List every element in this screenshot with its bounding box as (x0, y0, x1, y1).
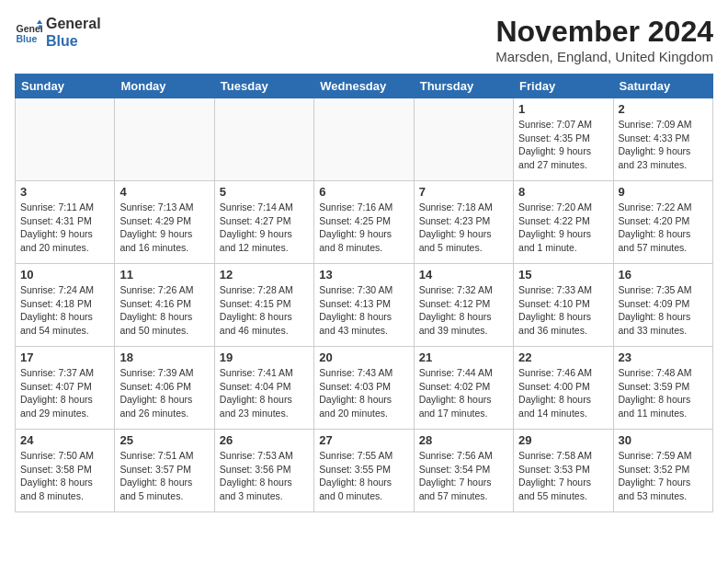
calendar-cell: 4Sunrise: 7:13 AM Sunset: 4:29 PM Daylig… (115, 181, 214, 264)
day-number: 7 (419, 185, 508, 199)
day-number: 28 (419, 433, 508, 447)
calendar-cell: 17Sunrise: 7:37 AM Sunset: 4:07 PM Dayli… (16, 347, 115, 430)
calendar-cell: 20Sunrise: 7:43 AM Sunset: 4:03 PM Dayli… (314, 347, 414, 430)
day-info: Sunrise: 7:33 AM Sunset: 4:10 PM Dayligh… (518, 283, 608, 338)
day-info: Sunrise: 7:48 AM Sunset: 3:59 PM Dayligh… (619, 366, 708, 420)
day-info: Sunrise: 7:37 AM Sunset: 4:07 PM Dayligh… (20, 366, 109, 420)
calendar-cell: 13Sunrise: 7:30 AM Sunset: 4:13 PM Dayli… (314, 264, 414, 347)
day-number: 9 (619, 185, 708, 199)
calendar-cell: 2Sunrise: 7:09 AM Sunset: 4:33 PM Daylig… (613, 98, 712, 181)
day-number: 5 (220, 185, 309, 199)
calendar-cell (16, 98, 115, 181)
day-number: 6 (319, 185, 408, 199)
day-info: Sunrise: 7:55 AM Sunset: 3:55 PM Dayligh… (319, 449, 408, 503)
calendar-cell: 26Sunrise: 7:53 AM Sunset: 3:56 PM Dayli… (214, 430, 313, 512)
calendar-cell: 1Sunrise: 7:07 AM Sunset: 4:35 PM Daylig… (514, 98, 613, 181)
day-number: 25 (119, 433, 209, 447)
calendar-cell: 5Sunrise: 7:14 AM Sunset: 4:27 PM Daylig… (214, 181, 313, 264)
calendar-cell: 24Sunrise: 7:50 AM Sunset: 3:58 PM Dayli… (16, 430, 115, 512)
calendar-cell: 22Sunrise: 7:46 AM Sunset: 4:00 PM Dayli… (514, 347, 613, 430)
calendar-cell: 7Sunrise: 7:18 AM Sunset: 4:23 PM Daylig… (414, 181, 513, 264)
day-info: Sunrise: 7:07 AM Sunset: 4:35 PM Dayligh… (518, 118, 608, 172)
day-info: Sunrise: 7:20 AM Sunset: 4:22 PM Dayligh… (518, 201, 608, 255)
day-info: Sunrise: 7:16 AM Sunset: 4:25 PM Dayligh… (319, 201, 408, 255)
calendar-cell (115, 98, 214, 181)
calendar-cell: 3Sunrise: 7:11 AM Sunset: 4:31 PM Daylig… (16, 181, 115, 264)
day-number: 1 (518, 102, 608, 116)
logo: General Blue General Blue (15, 15, 101, 50)
month-title: November 2024 (495, 15, 713, 49)
day-number: 11 (119, 268, 209, 282)
header: General Blue General Blue November 2024 … (15, 15, 713, 64)
calendar-cell (314, 98, 414, 181)
day-number: 15 (518, 268, 608, 282)
day-info: Sunrise: 7:56 AM Sunset: 3:54 PM Dayligh… (419, 449, 508, 503)
calendar-cell: 14Sunrise: 7:32 AM Sunset: 4:12 PM Dayli… (414, 264, 513, 347)
day-info: Sunrise: 7:18 AM Sunset: 4:23 PM Dayligh… (419, 201, 508, 255)
day-number: 19 (220, 350, 309, 364)
calendar-cell: 11Sunrise: 7:26 AM Sunset: 4:16 PM Dayli… (115, 264, 214, 347)
col-header-sunday: Sunday (16, 75, 115, 98)
day-number: 23 (619, 350, 708, 364)
day-info: Sunrise: 7:11 AM Sunset: 4:31 PM Dayligh… (20, 201, 109, 255)
day-number: 14 (419, 268, 508, 282)
col-header-tuesday: Tuesday (214, 75, 313, 98)
day-number: 2 (619, 102, 708, 116)
day-number: 13 (319, 268, 408, 282)
calendar-cell: 8Sunrise: 7:20 AM Sunset: 4:22 PM Daylig… (514, 181, 613, 264)
calendar-cell: 12Sunrise: 7:28 AM Sunset: 4:15 PM Dayli… (214, 264, 313, 347)
day-info: Sunrise: 7:14 AM Sunset: 4:27 PM Dayligh… (220, 201, 309, 255)
day-number: 3 (20, 185, 109, 199)
calendar-cell (414, 98, 513, 181)
day-info: Sunrise: 7:35 AM Sunset: 4:09 PM Dayligh… (619, 283, 708, 338)
day-info: Sunrise: 7:32 AM Sunset: 4:12 PM Dayligh… (419, 283, 508, 338)
day-number: 20 (319, 350, 408, 364)
day-info: Sunrise: 7:59 AM Sunset: 3:52 PM Dayligh… (619, 449, 708, 503)
day-info: Sunrise: 7:09 AM Sunset: 4:33 PM Dayligh… (619, 118, 708, 172)
day-number: 22 (518, 350, 608, 364)
calendar-cell: 21Sunrise: 7:44 AM Sunset: 4:02 PM Dayli… (414, 347, 513, 430)
day-info: Sunrise: 7:51 AM Sunset: 3:57 PM Dayligh… (119, 449, 209, 503)
col-header-wednesday: Wednesday (314, 75, 414, 98)
calendar-cell: 10Sunrise: 7:24 AM Sunset: 4:18 PM Dayli… (16, 264, 115, 347)
calendar-cell: 15Sunrise: 7:33 AM Sunset: 4:10 PM Dayli… (514, 264, 613, 347)
day-info: Sunrise: 7:58 AM Sunset: 3:53 PM Dayligh… (518, 449, 608, 503)
calendar-cell: 28Sunrise: 7:56 AM Sunset: 3:54 PM Dayli… (414, 430, 513, 512)
logo-blue: Blue (46, 32, 101, 50)
calendar-cell: 29Sunrise: 7:58 AM Sunset: 3:53 PM Dayli… (514, 430, 613, 512)
day-number: 21 (419, 350, 508, 364)
day-number: 12 (220, 268, 309, 282)
day-number: 24 (20, 433, 109, 447)
day-number: 29 (518, 433, 608, 447)
day-info: Sunrise: 7:44 AM Sunset: 4:02 PM Dayligh… (419, 366, 508, 420)
day-number: 18 (119, 350, 209, 364)
day-number: 10 (20, 268, 109, 282)
day-info: Sunrise: 7:28 AM Sunset: 4:15 PM Dayligh… (220, 283, 309, 338)
day-number: 27 (319, 433, 408, 447)
day-number: 26 (220, 433, 309, 447)
calendar-cell: 25Sunrise: 7:51 AM Sunset: 3:57 PM Dayli… (115, 430, 214, 512)
day-info: Sunrise: 7:30 AM Sunset: 4:13 PM Dayligh… (319, 283, 408, 338)
day-info: Sunrise: 7:50 AM Sunset: 3:58 PM Dayligh… (20, 449, 109, 503)
col-header-monday: Monday (115, 75, 214, 98)
calendar-cell (214, 98, 313, 181)
day-info: Sunrise: 7:41 AM Sunset: 4:04 PM Dayligh… (220, 366, 309, 420)
calendar-cell: 18Sunrise: 7:39 AM Sunset: 4:06 PM Dayli… (115, 347, 214, 430)
calendar-cell: 16Sunrise: 7:35 AM Sunset: 4:09 PM Dayli… (613, 264, 712, 347)
day-info: Sunrise: 7:43 AM Sunset: 4:03 PM Dayligh… (319, 366, 408, 420)
day-number: 16 (619, 268, 708, 282)
logo-general: General (46, 15, 101, 32)
day-number: 17 (20, 350, 109, 364)
logo-icon: General Blue (15, 18, 42, 46)
calendar-cell: 19Sunrise: 7:41 AM Sunset: 4:04 PM Dayli… (214, 347, 313, 430)
day-info: Sunrise: 7:26 AM Sunset: 4:16 PM Dayligh… (119, 283, 209, 338)
calendar-cell: 27Sunrise: 7:55 AM Sunset: 3:55 PM Dayli… (314, 430, 414, 512)
col-header-thursday: Thursday (414, 75, 513, 98)
svg-marker-2 (37, 20, 42, 25)
col-header-saturday: Saturday (613, 75, 712, 98)
day-info: Sunrise: 7:46 AM Sunset: 4:00 PM Dayligh… (518, 366, 608, 420)
calendar: SundayMondayTuesdayWednesdayThursdayFrid… (15, 74, 713, 512)
day-info: Sunrise: 7:53 AM Sunset: 3:56 PM Dayligh… (220, 449, 309, 503)
calendar-cell: 23Sunrise: 7:48 AM Sunset: 3:59 PM Dayli… (613, 347, 712, 430)
day-info: Sunrise: 7:39 AM Sunset: 4:06 PM Dayligh… (119, 366, 209, 420)
